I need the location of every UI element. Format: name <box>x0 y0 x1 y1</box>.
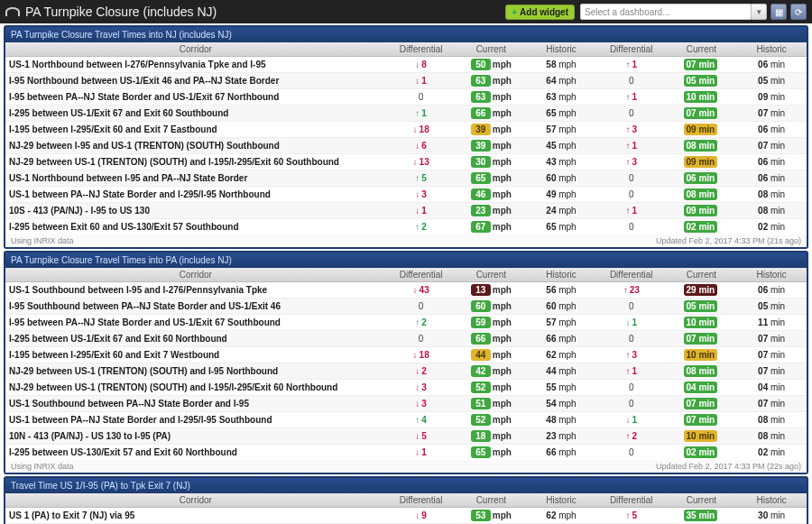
current-time: 29 min <box>667 282 737 299</box>
historic-speed: 23 mph <box>526 428 596 445</box>
current-speed: 42mph <box>456 363 526 380</box>
speed-diff: 3 <box>386 380 457 396</box>
travel-times-table: CorridorDifferentialCurrentHistoricDiffe… <box>5 493 807 524</box>
grid-icon[interactable]: ▦ <box>770 4 787 20</box>
panel-footer: Using INRIX dataUpdated Feb 2, 2017 4:33… <box>5 234 807 247</box>
current-time: 09 min <box>667 122 737 138</box>
current-time: 09 min <box>667 203 737 219</box>
historic-speed: 58 mph <box>526 57 596 73</box>
time-diff: 0 <box>596 106 667 122</box>
table-row: I-95 Southbound between PA--NJ State Bor… <box>5 299 807 315</box>
current-time: 07 min <box>667 57 737 73</box>
current-speed: 67mph <box>456 219 526 235</box>
current-speed: 39mph <box>456 122 526 138</box>
historic-speed: 57 mph <box>526 122 596 138</box>
column-header: Historic <box>526 493 596 508</box>
corridor-name: I-295 between US-1/Exit 67 and Exit 60 N… <box>5 331 386 347</box>
historic-time: 07 min <box>736 106 807 122</box>
table-row: I-295 between Exit 60 and US-130/Exit 57… <box>5 219 807 235</box>
time-diff: 3 <box>596 154 667 170</box>
corridor-name: NJ-29 between US-1 (TRENTON) (SOUTH) and… <box>5 154 386 170</box>
historic-speed: 43 mph <box>526 154 596 170</box>
historic-speed: 45 mph <box>526 138 596 154</box>
historic-speed: 44 mph <box>526 363 596 380</box>
speed-diff: 2 <box>386 363 457 380</box>
table-row: NJ-29 between US-1 (TRENTON) (SOUTH) and… <box>5 380 807 396</box>
speed-diff: 3 <box>386 187 457 203</box>
historic-speed: 48 mph <box>526 412 596 428</box>
time-diff: 1 <box>596 363 667 380</box>
current-time: 08 min <box>667 138 737 154</box>
column-header: Differential <box>386 268 457 282</box>
current-time: 06 min <box>667 170 737 187</box>
column-header: Differential <box>386 493 457 508</box>
current-time: 10 min <box>667 315 737 331</box>
speed-diff: 2 <box>386 219 457 235</box>
current-time: 02 min <box>667 445 737 461</box>
current-time: 08 min <box>667 187 737 203</box>
time-diff: 0 <box>596 445 667 461</box>
page-title: PA Turnpike Closure (includes NJ) <box>25 5 505 19</box>
speed-diff: 13 <box>386 154 457 170</box>
time-diff: 0 <box>596 396 667 412</box>
table-row: 10N - 413 (PA/NJ) - US 130 to I-95 (PA) … <box>5 428 807 445</box>
table-row: I-295 between US-1/Exit 67 and Exit 60 N… <box>5 331 807 347</box>
add-widget-label: Add widget <box>520 7 568 17</box>
current-speed: 50mph <box>456 57 526 73</box>
historic-speed: 56 mph <box>526 282 596 299</box>
current-speed: 53mph <box>456 508 526 524</box>
current-speed: 18mph <box>456 428 526 445</box>
historic-speed: 65 mph <box>526 219 596 235</box>
historic-speed: 65 mph <box>526 106 596 122</box>
time-diff: 1 <box>596 412 667 428</box>
dashboard-dropdown-button[interactable]: ▾ <box>751 4 767 20</box>
corridor-name: I-295 between Exit 60 and US-130/Exit 57… <box>5 219 386 235</box>
footer-source: Using INRIX data <box>11 236 74 245</box>
dashboard-select[interactable]: Select a dashboard... <box>580 4 752 20</box>
current-speed: 65mph <box>456 170 526 187</box>
corridor-name: I-295 between US-1/Exit 67 and Exit 60 S… <box>5 106 386 122</box>
travel-times-table: CorridorDifferentialCurrentHistoricDiffe… <box>5 268 807 460</box>
current-time: 10 min <box>667 89 737 106</box>
footer-updated: Updated Feb 2, 2017 4:33 PM (21s ago) <box>656 236 801 245</box>
table-row: US-1 Southbound between PA--NJ State Bor… <box>5 396 807 412</box>
current-speed: 65mph <box>456 445 526 461</box>
column-header: Current <box>456 42 526 57</box>
current-speed: 52mph <box>456 412 526 428</box>
column-header: Historic <box>736 493 807 508</box>
column-header: Differential <box>386 42 457 57</box>
column-header: Historic <box>736 42 807 57</box>
speed-diff: 3 <box>386 396 457 412</box>
historic-time: 06 min <box>736 122 807 138</box>
historic-time: 11 min <box>736 315 807 331</box>
current-time: 07 min <box>667 106 737 122</box>
corridor-name: NJ-29 between I-95 and US-1 (TRENTON) (S… <box>5 138 386 154</box>
historic-speed: 60 mph <box>526 299 596 315</box>
column-header: Current <box>456 268 526 282</box>
add-widget-button[interactable]: +Add widget <box>505 5 575 20</box>
table-row: I-195 between I-295/Exit 60 and Exit 7 E… <box>5 122 807 138</box>
column-header: Differential <box>596 42 667 57</box>
historic-time: 05 min <box>736 73 807 89</box>
corridor-name: US-1 between PA--NJ State Border and I-2… <box>5 187 386 203</box>
speed-diff: 0 <box>386 299 457 315</box>
refresh-icon[interactable]: ⟳ <box>790 4 807 20</box>
table-row: I-195 between I-295/Exit 60 and Exit 7 W… <box>5 347 807 363</box>
corridor-name: US 1 (PA) to Exit 7 (NJ) via 95 <box>5 508 386 524</box>
current-speed: 44mph <box>456 347 526 363</box>
panel: PA Turnpike Closure Travel Times into NJ… <box>4 25 808 249</box>
current-speed: 63mph <box>456 89 526 106</box>
corridor-name: US-1 Southbound between I-95 and I-276/P… <box>5 282 386 299</box>
corridor-name: I-95 Northbound between US-1/Exit 46 and… <box>5 73 386 89</box>
current-time: 07 min <box>667 396 737 412</box>
column-header: Historic <box>736 268 807 282</box>
current-time: 02 min <box>667 219 737 235</box>
corridor-name: I-95 Southbound between PA--NJ State Bor… <box>5 299 386 315</box>
current-speed: 13mph <box>456 282 526 299</box>
speed-diff: 9 <box>386 508 457 524</box>
table-row: I-295 between US-1/Exit 67 and Exit 60 S… <box>5 106 807 122</box>
table-row: US 1 (PA) to Exit 7 (NJ) via 95 9 53mph … <box>5 508 807 524</box>
current-speed: 66mph <box>456 106 526 122</box>
current-time: 09 min <box>667 154 737 170</box>
speed-diff: 4 <box>386 412 457 428</box>
